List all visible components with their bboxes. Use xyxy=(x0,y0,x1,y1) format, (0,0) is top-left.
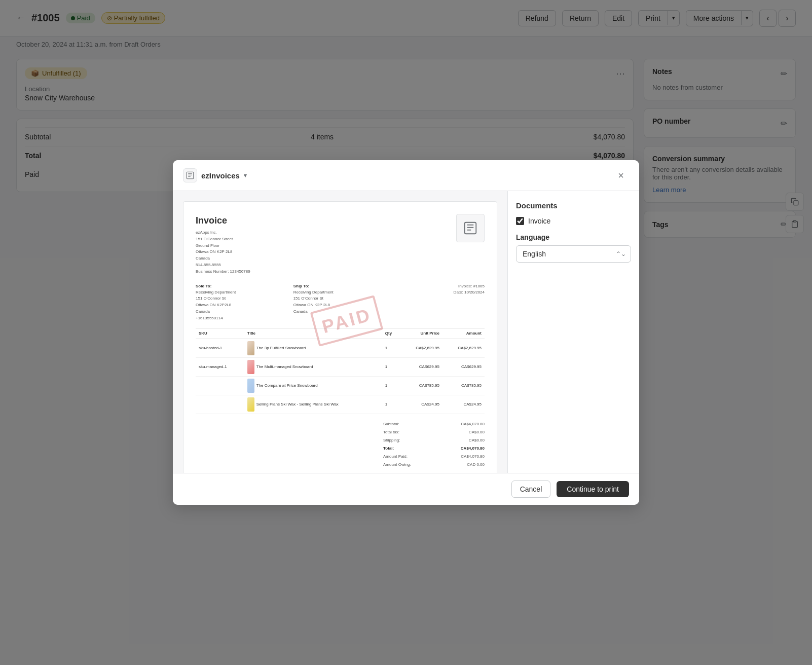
invoice-totals: Subtotal: CA$4,070.80 Total tax: CA$0.00… xyxy=(383,420,485,469)
invoice-title: Invoice xyxy=(196,214,250,228)
invoice-addresses: Sold To: Receiving Department 151 O'Conn… xyxy=(196,283,485,322)
cell-qty: 1 xyxy=(382,357,400,376)
continue-to-print-button[interactable]: Continue to print xyxy=(557,481,629,497)
cell-unit-price: CA$629.95 xyxy=(400,357,442,376)
svg-rect-2 xyxy=(187,172,194,179)
ship-to-block: Ship To: Receiving Department 151 O'Conn… xyxy=(293,283,387,322)
modal-header: ezInvoices ▾ × xyxy=(173,160,639,191)
cell-unit-price: CA$24.95 xyxy=(400,395,442,414)
modal-body: PAID Invoice ezApps Inc. 151 O'Connor St… xyxy=(173,191,639,473)
total-row: Total: CA$4,070.80 xyxy=(383,445,485,453)
language-select[interactable]: English French Spanish German xyxy=(516,245,631,263)
ez-invoices-modal: ezInvoices ▾ × PAID Invoice xyxy=(173,160,639,505)
modal-app-icon xyxy=(183,168,197,182)
col-qty: Qty xyxy=(382,328,400,339)
col-title: Title xyxy=(244,328,382,339)
modal-footer: Cancel Continue to print xyxy=(173,473,639,505)
modal-close-button[interactable]: × xyxy=(613,167,629,183)
cell-qty: 1 xyxy=(382,339,400,357)
col-unit-price: Unit Price xyxy=(400,328,442,339)
invoice-preview-panel: PAID Invoice ezApps Inc. 151 O'Connor St… xyxy=(173,191,507,473)
documents-title: Documents xyxy=(516,201,631,210)
table-row: Selling Plans Ski Wax - Selling Plans Sk… xyxy=(196,395,485,414)
amount-paid-row: Amount Paid: CA$4,070.80 xyxy=(383,453,485,461)
cell-qty: 1 xyxy=(382,376,400,395)
invoice-checkbox-label: Invoice xyxy=(528,217,550,225)
cell-amount: CA$24.95 xyxy=(442,395,485,414)
cancel-button[interactable]: Cancel xyxy=(511,481,551,498)
invoice-ref: Invoice: #1005 Date: 10/20/2024 xyxy=(391,283,485,322)
invoice-company-info: ezApps Inc. 151 O'Connor Street Ground F… xyxy=(196,230,250,275)
cell-amount: CA$2,629.95 xyxy=(442,339,485,357)
cell-unit-price: CA$785.95 xyxy=(400,376,442,395)
col-amount: Amount xyxy=(442,328,485,339)
cell-amount: CA$629.95 xyxy=(442,357,485,376)
modal-chevron-icon: ▾ xyxy=(244,172,247,179)
cell-sku: sku-managed-1 xyxy=(196,357,244,376)
col-sku: SKU xyxy=(196,328,244,339)
language-select-wrapper: English French Spanish German ⌃⌄ xyxy=(516,245,631,263)
cell-sku xyxy=(196,376,244,395)
cell-title: The Compare at Price Snowboard xyxy=(244,376,382,395)
shipping-row: Shipping: CA$0.00 xyxy=(383,436,485,445)
invoice-checkbox[interactable] xyxy=(516,217,524,225)
subtotal-row: Subtotal: CA$4,070.80 xyxy=(383,420,485,428)
invoice-table: SKU Title Qty Unit Price Amount sku-host… xyxy=(196,328,485,414)
documents-panel: Documents Invoice Language English Frenc… xyxy=(507,191,639,473)
amount-owing-row: Amount Owing: CAD 0.00 xyxy=(383,461,485,469)
tax-row: Total tax: CA$0.00 xyxy=(383,428,485,436)
cell-qty: 1 xyxy=(382,395,400,414)
cell-title: The 3p Fulfilled Snowboard xyxy=(244,339,382,357)
invoice-logo xyxy=(456,214,485,242)
cell-title: The Multi-managed Snowboard xyxy=(244,357,382,376)
cell-sku xyxy=(196,395,244,414)
invoice-paper: PAID Invoice ezApps Inc. 151 O'Connor St… xyxy=(183,201,497,473)
language-title: Language xyxy=(516,233,631,241)
modal-app-name[interactable]: ezInvoices ▾ xyxy=(183,168,247,182)
sold-to-block: Sold To: Receiving Department 151 O'Conn… xyxy=(196,283,289,322)
cell-title: Selling Plans Ski Wax - Selling Plans Sk… xyxy=(244,395,382,414)
table-row: sku-hosted-1 The 3p Fulfilled Snowboard … xyxy=(196,339,485,357)
modal-overlay: ezInvoices ▾ × PAID Invoice xyxy=(0,0,812,665)
table-row: sku-managed-1 The Multi-managed Snowboar… xyxy=(196,357,485,376)
table-row: The Compare at Price Snowboard 1 CA$785.… xyxy=(196,376,485,395)
invoice-checkbox-row: Invoice xyxy=(516,217,631,225)
svg-rect-6 xyxy=(465,223,476,234)
cell-unit-price: CA$2,629.95 xyxy=(400,339,442,357)
cell-sku: sku-hosted-1 xyxy=(196,339,244,357)
cell-amount: CA$785.95 xyxy=(442,376,485,395)
